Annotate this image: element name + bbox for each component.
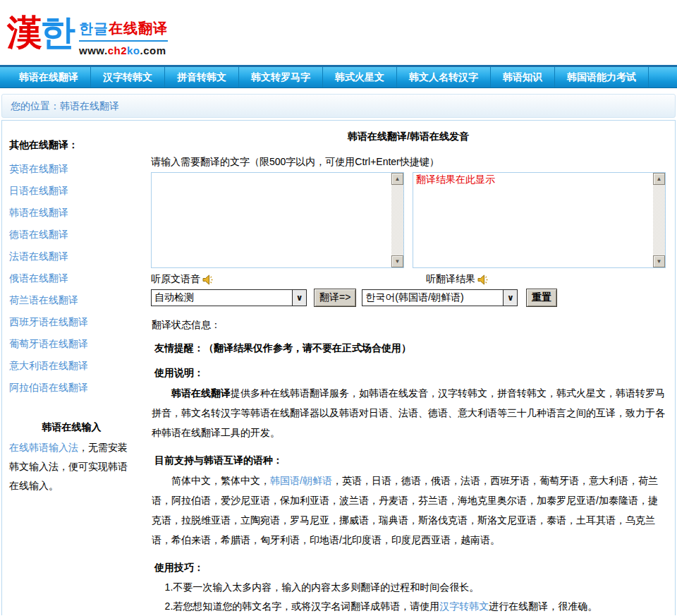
result-scrollbar[interactable]: ▲ ▼ xyxy=(653,173,665,267)
content-frame: 其他在线翻译： 英语在线翻译日语在线翻译韩语在线翻译德语在线翻译法语在线翻译俄语… xyxy=(1,120,676,615)
tips-list: 1.不要一次输入太多内容，输入的内容太多则翻译的过程和时间会很长。2.若您想知道… xyxy=(151,578,666,615)
sidebar-link-0[interactable]: 英语在线翻译 xyxy=(9,163,134,176)
friendly-notice: 友情提醒：（翻译结果仅作参考，请不要在正式场合使用） xyxy=(154,342,666,355)
tips-title: 使用技巧： xyxy=(154,562,666,574)
breadcrumb: 您的位置：韩语在线翻译 xyxy=(1,94,676,118)
nav-item-6[interactable]: 韩语知识 xyxy=(491,67,555,87)
scroll-up-button[interactable]: ▲ xyxy=(653,173,665,185)
page-title: 韩语在线翻译/韩语在线发音 xyxy=(151,131,666,143)
sidebar-link-9[interactable]: 意大利语在线翻译 xyxy=(9,360,134,373)
supported-languages-pre: 简体中文，繁体中文， xyxy=(171,475,270,486)
source-language-select[interactable]: 自动检测 ∨ xyxy=(151,289,307,306)
sidebar-link-10[interactable]: 阿拉伯语在线翻译 xyxy=(9,382,134,394)
listen-source-group: 听原文语音 xyxy=(151,273,214,286)
sidebar-link-3[interactable]: 德语在线翻译 xyxy=(9,229,134,241)
result-textarea[interactable]: 翻译结果在此显示 ▲ ▼ xyxy=(413,172,666,268)
tip-link-1[interactable]: 汉字转韩文 xyxy=(439,600,489,612)
source-text-content[interactable] xyxy=(152,173,391,267)
nav-item-5[interactable]: 韩文人名转汉字 xyxy=(397,67,491,87)
sidebar-link-6[interactable]: 荷兰语在线翻译 xyxy=(9,294,134,307)
source-textarea[interactable]: ▲ ▼ xyxy=(151,172,404,268)
sidebar-other-title: 其他在线翻译： xyxy=(9,139,134,152)
nav-item-7[interactable]: 韩国语能力考试 xyxy=(555,67,649,87)
listen-source-label: 听原文语音 xyxy=(151,273,200,286)
logo-url: www.ch2ko.com xyxy=(79,44,168,56)
nav-item-2[interactable]: 拼音转韩文 xyxy=(165,67,239,87)
nav-item-0[interactable]: 韩语在线翻译 xyxy=(7,67,91,87)
tip-item-1: 2.若您想知道您的韩文名字，或将汉字名词翻译成韩语，请使用汉字转韩文进行在线翻译… xyxy=(151,597,666,615)
listen-labels-row: 听原文语音 听翻译结果 xyxy=(151,271,666,288)
sidebar-link-5[interactable]: 俄语在线翻译 xyxy=(9,272,134,285)
logo-text-block: 한글在线翻译 www.ch2ko.com xyxy=(79,13,168,56)
sidebar-link-8[interactable]: 葡萄牙语在线翻译 xyxy=(9,338,134,351)
main-panel: 韩语在线翻译/韩语在线发音 请输入需要翻译的文字（限500字以内，可使用Ctrl… xyxy=(144,121,675,615)
logo-title-hangul: 한글 xyxy=(79,20,109,36)
source-language-value: 自动检测 xyxy=(154,291,194,304)
target-language-value: 한국어(韩国语/朝鲜语) xyxy=(365,291,463,304)
sidebar-link-4[interactable]: 法语在线翻译 xyxy=(9,250,134,263)
scrollbar-track[interactable] xyxy=(653,185,665,255)
scroll-up-button[interactable]: ▲ xyxy=(391,173,403,185)
sidebar-link-1[interactable]: 日语在线翻译 xyxy=(9,185,134,198)
nav-item-4[interactable]: 韩式火星文 xyxy=(323,67,397,87)
target-language-select[interactable]: 한국어(韩国语/朝鲜语) ∨ xyxy=(362,289,518,306)
input-hint: 请输入需要翻译的文字（限500字以内，可使用Ctrl+Enter快捷键） xyxy=(151,156,666,169)
sidebar-input-text: 在线韩语输入法，无需安装韩文输入法，便可实现韩语在线输入。 xyxy=(9,438,134,495)
logo-hanzi: 漢 xyxy=(7,13,40,52)
speaker-icon[interactable] xyxy=(202,274,214,285)
logo-url-ko: ko xyxy=(127,44,140,56)
sidebar-input-section: 韩语在线输入 在线韩语输入法，无需安装韩文输入法，便可实现韩语在线输入。 xyxy=(9,421,134,495)
translate-button[interactable]: 翻译=> xyxy=(314,289,356,307)
site-logo[interactable]: 漢 한 한글在线翻译 www.ch2ko.com xyxy=(7,13,168,56)
logo-url-com: .com xyxy=(140,44,166,56)
source-scrollbar[interactable]: ▲ ▼ xyxy=(391,173,403,267)
logo-title: 한글在线翻译 xyxy=(79,19,168,42)
usage-title: 使用说明： xyxy=(154,367,666,380)
nav-item-1[interactable]: 汉字转韩文 xyxy=(91,67,165,87)
textareas-row: ▲ ▼ 翻译结果在此显示 ▲ ▼ xyxy=(151,172,666,268)
result-text-content[interactable]: 翻译结果在此显示 xyxy=(413,173,653,267)
korean-language-link[interactable]: 韩国语/朝鲜语 xyxy=(270,475,332,486)
tip-item-0: 1.不要一次输入太多内容，输入的内容太多则翻译的过程和时间会很长。 xyxy=(151,578,666,597)
sidebar-link-2[interactable]: 韩语在线翻译 xyxy=(9,207,134,219)
supported-languages-paragraph: 简体中文，繁体中文，韩国语/朝鲜语，英语，日语，德语，俄语，法语，西班牙语，葡萄… xyxy=(152,471,666,550)
scroll-down-button[interactable]: ▼ xyxy=(653,255,665,267)
usage-paragraph-bold: 韩语在线翻译 xyxy=(171,387,231,399)
sidebar: 其他在线翻译： 英语在线翻译日语在线翻译韩语在线翻译德语在线翻译法语在线翻译俄语… xyxy=(2,121,144,615)
korean-ime-link[interactable]: 在线韩语输入法 xyxy=(9,442,78,453)
chevron-down-icon[interactable]: ∨ xyxy=(292,290,306,306)
status-label: 翻译状态信息： xyxy=(152,319,666,332)
listen-result-group: 听翻译结果 xyxy=(426,273,489,286)
logo-url-www: www. xyxy=(79,44,108,56)
sidebar-links: 英语在线翻译日语在线翻译韩语在线翻译德语在线翻译法语在线翻译俄语在线翻译荷兰语在… xyxy=(9,163,134,394)
sidebar-input-title: 韩语在线输入 xyxy=(9,421,134,434)
logo-hangul: 한 xyxy=(40,13,73,52)
logo-url-ch2: ch2 xyxy=(108,44,127,56)
site-header: 漢 한 한글在线翻译 www.ch2ko.com xyxy=(0,0,677,65)
scroll-down-button[interactable]: ▼ xyxy=(391,255,403,267)
usage-paragraph: 韩语在线翻译提供多种在线韩语翻译服务，如韩语在线发音，汉字转韩文，拼音转韩文，韩… xyxy=(152,383,666,442)
sidebar-link-7[interactable]: 西班牙语在线翻译 xyxy=(9,316,134,329)
logo-title-cn: 在线翻译 xyxy=(109,20,168,36)
listen-result-label: 听翻译结果 xyxy=(426,273,475,286)
main-nav: 韩语在线翻译汉字转韩文拼音转韩文韩文转罗马字韩式火星文韩文人名转汉字韩语知识韩国… xyxy=(0,65,677,88)
chevron-down-icon[interactable]: ∨ xyxy=(503,290,517,306)
reset-button[interactable]: 重置 xyxy=(526,289,557,307)
translate-controls-row: 自动检测 ∨ 翻译=> 한국어(韩国语/朝鲜语) ∨ 重置 xyxy=(151,289,666,307)
speaker-icon[interactable] xyxy=(477,274,489,285)
supported-languages-title: 目前支持与韩语互译的语种： xyxy=(154,454,666,467)
nav-item-3[interactable]: 韩文转罗马字 xyxy=(239,67,323,87)
scrollbar-track[interactable] xyxy=(391,185,403,255)
